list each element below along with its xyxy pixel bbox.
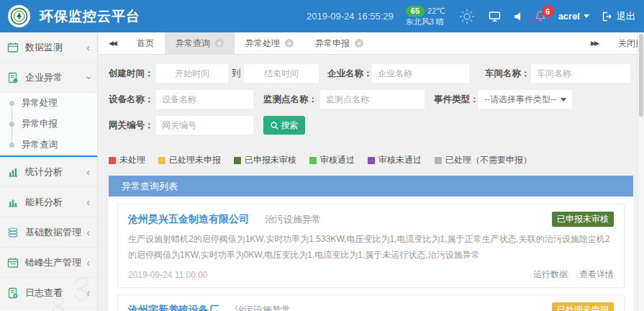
sidebar-item-label: 能耗分析: [25, 196, 86, 209]
vertical-scrollbar[interactable]: [638, 32, 644, 311]
view-detail-link[interactable]: 查看详情: [579, 269, 614, 281]
sidebar-item-label: 统计分析: [25, 166, 86, 179]
legend-item-handled-no-declare: 已处理（不需要申报）: [435, 154, 532, 166]
search-button[interactable]: 搜索: [263, 116, 305, 135]
header-controls: 2019-09-24 16:55:29 65 22℃ 东北风3 晴: [307, 6, 644, 27]
chevron-down-icon: ‹: [83, 76, 94, 79]
calendar-icon: [7, 42, 19, 53]
decorative-watermark: [31, 263, 96, 311]
sidebar-item-abnormal-declare[interactable]: 异常申报: [0, 114, 97, 135]
device-name-input[interactable]: [156, 90, 253, 109]
tab-label: 异常查询: [176, 37, 210, 50]
start-time-input[interactable]: [156, 64, 228, 83]
legend-swatch: [109, 157, 116, 164]
event-type-label: 事件类型：: [434, 94, 476, 106]
logout-label: 退出: [617, 10, 635, 23]
user-dropdown[interactable]: acrel: [558, 11, 589, 22]
tabs-scroll-right-button[interactable]: ▶▶: [581, 40, 608, 47]
sidebar-item-abnormal-handle[interactable]: 异常处理: [0, 93, 97, 114]
tabs-scroll-left-button[interactable]: ◀◀: [99, 32, 126, 54]
close-tab-icon[interactable]: [215, 39, 224, 48]
gateway-number-label: 网关编号：: [109, 120, 153, 132]
company-name-input[interactable]: [372, 64, 469, 83]
event-type-select[interactable]: --请选择事件类型--: [479, 90, 572, 109]
submenu-item-label: 异常查询: [22, 139, 58, 151]
layers-icon: [7, 227, 19, 238]
bar-chart-icon: [7, 197, 19, 208]
legend-item-unhandled: 未处理: [109, 154, 145, 166]
filter-row-3: 网关编号： 搜索: [109, 116, 644, 135]
workshop-name-input[interactable]: [531, 64, 630, 83]
chevron-left-icon: ‹: [86, 197, 90, 207]
company-name-link[interactable]: 沧州昊兴五金制造有限公司: [128, 213, 249, 226]
workshop-name-label: 车间名称：: [485, 68, 528, 80]
tab-abnormal-query[interactable]: 异常查询: [165, 32, 235, 54]
sidebar-item-basic-data[interactable]: 基础数据管理 ‹: [0, 217, 97, 248]
abnormal-query-panel: 异常查询列表 沧州昊兴五金制造有限公司 治污设施异常 已申报未审核 生产设施射蜡…: [109, 176, 633, 311]
event-type-selected-value: --请选择事件类型--: [484, 94, 556, 106]
calendar-icon: [7, 257, 19, 269]
company-name-link[interactable]: 沧州宇新养殖设备厂: [128, 304, 219, 311]
sidebar-item-enterprise-abnormal[interactable]: 企业异常 ‹: [0, 63, 97, 93]
chevron-left-icon: ‹: [86, 227, 90, 238]
close-tab-icon[interactable]: [355, 39, 363, 48]
close-tab-icon[interactable]: [285, 39, 294, 48]
card-header: 沧州宇新养殖设备厂 治污设施异常 已处理未申报: [128, 302, 614, 311]
tab-bar-right-controls: ▶▶ 关闭操作: [575, 32, 644, 54]
run-data-link[interactable]: 运行数据: [533, 269, 568, 281]
legend-label: 审核未通过: [378, 154, 422, 166]
search-filters: 创建时间： 到 企业名称： 车间名称： 设备名称： 监测点名称： 事件类型： -…: [99, 55, 644, 143]
card-actions: 运行数据 查看详情: [533, 269, 614, 281]
filter-row-1: 创建时间： 到 企业名称： 车间名称：: [109, 64, 644, 83]
monitor-icon[interactable]: [489, 11, 501, 22]
chevron-left-icon: ‹: [86, 42, 90, 53]
to-label: 到: [228, 68, 244, 80]
tab-home[interactable]: 首页: [126, 32, 165, 54]
app-logo: [8, 5, 30, 27]
temperature-label: 22℃: [427, 6, 445, 17]
notifications-bell[interactable]: 6: [535, 10, 546, 22]
logout-button[interactable]: 退出: [602, 10, 635, 23]
document-icon: [7, 72, 19, 84]
status-badge: 已申报未审核: [552, 212, 614, 227]
legend-item-review-passed: 审核通过: [309, 154, 355, 166]
speaker-icon[interactable]: [513, 12, 522, 22]
tab-bar: ◀◀ 首页 异常查询 异常处理 异常申报 ▶▶ 关闭操作: [99, 32, 644, 55]
log-document-icon: [7, 287, 19, 299]
sidebar-item-label: 企业异常: [25, 71, 86, 84]
card-footer: 2019-09-24 11:00:00 运行数据 查看详情: [128, 269, 614, 281]
sidebar-item-energy-analysis[interactable]: 能耗分析 ‹: [0, 187, 97, 217]
scrollbar-thumb[interactable]: [639, 34, 643, 117]
monitor-point-label: 监测点名称：: [262, 94, 317, 106]
sidebar-item-statistics[interactable]: 统计分析 ‹: [0, 157, 97, 187]
sidebar: 数据监测 ‹ 企业异常 ‹ 异常处理 异常申报 异常查询 统计分析 ‹: [0, 32, 98, 311]
legend-label: 已处理未申报: [169, 154, 221, 166]
tab-abnormal-declare[interactable]: 异常申报: [304, 32, 374, 54]
legend-item-review-failed: 审核未通过: [368, 154, 422, 166]
panel-body: 沧州昊兴五金制造有限公司 治污设施异常 已申报未审核 生产设施射蜡机2的启停阀值…: [109, 197, 633, 311]
end-time-input[interactable]: [244, 64, 319, 83]
sun-weather-icon: [458, 7, 476, 26]
sidebar-item-data-monitoring[interactable]: 数据监测 ‹: [0, 32, 97, 63]
app: { "header": { "title": "环保监控云平台", "datet…: [0, 0, 644, 311]
gateway-number-input[interactable]: [156, 116, 253, 135]
company-name-label: 企业名称：: [327, 68, 369, 80]
monitor-point-input[interactable]: [320, 90, 425, 109]
sidebar-item-label: 基础数据管理: [25, 226, 86, 239]
sidebar-item-abnormal-query[interactable]: 异常查询: [0, 135, 97, 156]
notification-count-badge: 6: [542, 5, 554, 17]
search-icon: [271, 122, 278, 130]
legend-swatch: [368, 157, 375, 164]
submenu-item-label: 异常处理: [22, 97, 58, 109]
aqi-badge: 65: [406, 6, 425, 17]
legend-swatch: [158, 157, 165, 164]
tab-label: 异常申报: [315, 37, 350, 50]
tab-abnormal-handle[interactable]: 异常处理: [235, 32, 304, 54]
filter-row-2: 设备名称： 监测点名称： 事件类型： --请选择事件类型--: [109, 90, 644, 109]
legend-item-declared-unreviewed: 已申报未审核: [234, 154, 296, 166]
submenu-item-label: 异常申报: [22, 118, 58, 130]
list-item: 沧州昊兴五金制造有限公司 治污设施异常 已申报未审核 生产设施射蜡机2的启停阀值…: [117, 204, 625, 288]
tab-label: 异常处理: [245, 37, 280, 50]
legend-label: 已申报未审核: [245, 154, 296, 166]
app-header: 环保监控云平台 2019-09-24 16:55:29 65 22℃ 东北风3 …: [0, 0, 644, 32]
